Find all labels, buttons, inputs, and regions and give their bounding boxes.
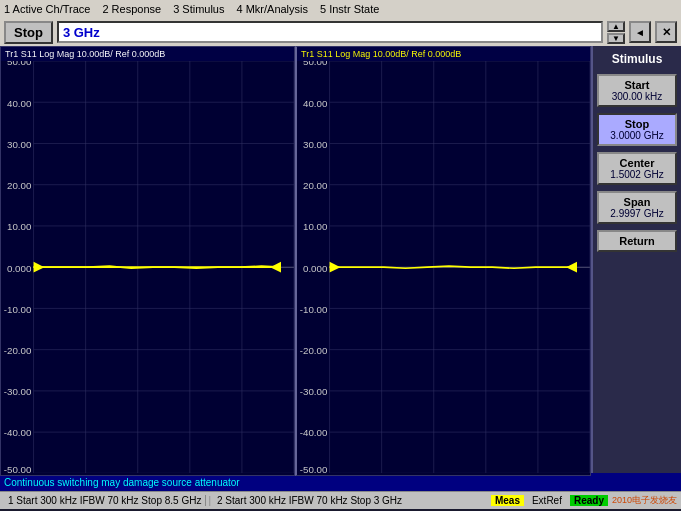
sidebar-start-label: Start [624,79,649,91]
svg-text:-20.00: -20.00 [4,345,32,356]
watermark-text: 2010电子发烧友 [612,494,677,507]
stop-input[interactable] [57,21,603,43]
menu-active-ch-trace[interactable]: 1 Active Ch/Trace [4,3,90,15]
menu-mkr-analysis[interactable]: 4 Mkr/Analysis [236,3,308,15]
menu-instr-state[interactable]: 5 Instr State [320,3,379,15]
svg-text:50.00: 50.00 [303,61,328,67]
svg-text:-50.00: -50.00 [4,464,32,473]
sidebar-span-label: Span [624,196,651,208]
sidebar-return-button[interactable]: Return [597,230,677,252]
sidebar: Stimulus Start 300.00 kHz Stop 3.0000 GH… [591,46,681,473]
svg-text:-30.00: -30.00 [300,386,328,397]
svg-text:-50.00: -50.00 [300,464,328,473]
status-meas-badge: Meas [491,495,524,506]
sidebar-center-value: 1.5002 GHz [610,169,663,180]
sidebar-start-value: 300.00 kHz [612,91,663,102]
status-ready-badge: Ready [570,495,608,506]
chart-ch2: Tr1 S11 Log Mag 10.00dB/ Ref 0.000dB [295,46,591,476]
sidebar-center-label: Center [620,157,655,169]
status-extref-badge: ExtRef [528,495,566,506]
svg-text:20.00: 20.00 [7,180,32,191]
warning-text: Continuous switching may damage source a… [4,477,240,488]
status-ch1: 1 Start 300 kHz IFBW 70 kHz Stop 8.5 GHz [4,495,206,506]
charts-area: Tr1 S11 Log Mag 10.00dB/ Ref 0.000dB [0,46,591,473]
sidebar-center-button[interactable]: Center 1.5002 GHz [597,152,677,185]
svg-text:-20.00: -20.00 [300,345,328,356]
svg-text:-10.00: -10.00 [4,304,32,315]
svg-text:-40.00: -40.00 [4,427,32,438]
svg-text:0.000: 0.000 [303,263,328,274]
sidebar-span-button[interactable]: Span 2.9997 GHz [597,191,677,224]
svg-text:30.00: 30.00 [303,139,328,150]
status-ch2: 2 Start 300 kHz IFBW 70 kHz Stop 3 GHz [213,495,491,506]
chart-ch2-header: Tr1 S11 Log Mag 10.00dB/ Ref 0.000dB [297,47,590,61]
chart-ch2-svg: 50.00 40.00 30.00 20.00 10.00 0.000 -10.… [297,61,590,473]
svg-text:40.00: 40.00 [7,98,32,109]
menu-bar: 1 Active Ch/Trace 2 Response 3 Stimulus … [0,0,681,18]
chart-ch1-svg: 50.00 40.00 30.00 20.00 10.00 0.000 -10.… [1,61,294,473]
svg-text:-30.00: -30.00 [4,386,32,397]
main-content: Tr1 S11 Log Mag 10.00dB/ Ref 0.000dB [0,46,681,473]
stop-back-button[interactable]: ◄ [629,21,651,43]
chart-ch1: Tr1 S11 Log Mag 10.00dB/ Ref 0.000dB [0,46,295,476]
stop-close-button[interactable]: ✕ [655,21,677,43]
stop-increment[interactable]: ▲ [607,21,625,32]
sidebar-stop-button[interactable]: Stop 3.0000 GHz [597,113,677,146]
stop-bar: Stop ▲ ▼ ◄ ✕ [0,18,681,46]
charts-row: Tr1 S11 Log Mag 10.00dB/ Ref 0.000dB [0,46,591,476]
sidebar-title: Stimulus [597,50,677,68]
sidebar-return-label: Return [619,235,654,247]
svg-text:40.00: 40.00 [303,98,328,109]
svg-text:10.00: 10.00 [303,221,328,232]
svg-text:-40.00: -40.00 [300,427,328,438]
status-bar: 1 Start 300 kHz IFBW 70 kHz Stop 8.5 GHz… [0,491,681,509]
menu-stimulus[interactable]: 3 Stimulus [173,3,224,15]
sidebar-stop-value: 3.0000 GHz [610,130,663,141]
svg-text:0.000: 0.000 [7,263,32,274]
stop-label: Stop [4,21,53,44]
menu-response[interactable]: 2 Response [102,3,161,15]
stop-spinner: ▲ ▼ [607,21,625,44]
chart-ch1-header: Tr1 S11 Log Mag 10.00dB/ Ref 0.000dB [1,47,294,61]
svg-text:30.00: 30.00 [7,139,32,150]
chart-ch2-body: 50.00 40.00 30.00 20.00 10.00 0.000 -10.… [297,61,590,473]
status-right: Meas ExtRef Ready 2010电子发烧友 [491,494,677,507]
stop-decrement[interactable]: ▼ [607,33,625,44]
sidebar-start-button[interactable]: Start 300.00 kHz [597,74,677,107]
svg-text:10.00: 10.00 [7,221,32,232]
svg-text:50.00: 50.00 [7,61,32,67]
svg-text:-10.00: -10.00 [300,304,328,315]
chart-ch1-body: 50.00 40.00 30.00 20.00 10.00 0.000 -10.… [1,61,294,473]
sidebar-stop-label: Stop [625,118,649,130]
sidebar-span-value: 2.9997 GHz [610,208,663,219]
svg-text:20.00: 20.00 [303,180,328,191]
